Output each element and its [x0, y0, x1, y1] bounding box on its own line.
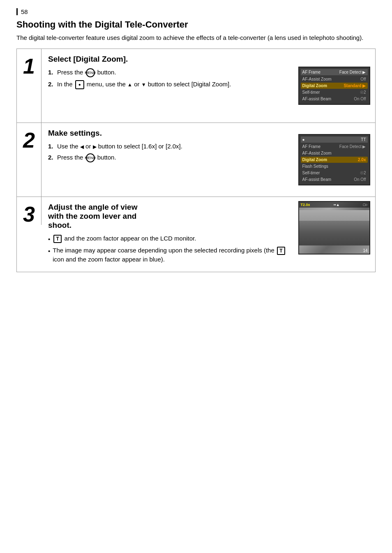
cam1-row-3: AF-assist Beam On Off — [301, 96, 368, 102]
menu-icon-2: MENU — [86, 153, 95, 162]
step-2-row: 2 Make settings. 1. Use the ◀ or ▶ butto… — [17, 123, 375, 197]
down-arrow-1: ▼ — [141, 82, 146, 88]
cam2-row-0: AF Frame Face Detect ▶ — [301, 143, 368, 150]
up-arrow-1: ▲ — [127, 82, 132, 88]
bullet-1-dot: • — [48, 235, 50, 243]
step-1-num-col: 1 — [17, 49, 42, 123]
cam1-header: AF Frame Face Detect ▶ — [301, 69, 368, 75]
photo-hud-mid: ▪▪▲ — [333, 203, 339, 207]
cam2-header-left: ● — [302, 137, 305, 142]
menu-icon-1: MENU — [86, 68, 95, 77]
cam1-row-2: Self-timer ☉2 — [301, 89, 368, 95]
step-1-image: AF Frame Face Detect ▶ AF-Assist Zoom Of… — [293, 49, 375, 123]
step-3-content: Adjust the angle of view with the zoom l… — [42, 197, 293, 272]
cam2-header-right: TT — [361, 137, 366, 142]
cam2-row-2: Digital Zoom 2.0x — [301, 157, 368, 163]
step-3-heading: Adjust the angle of view with the zoom l… — [48, 203, 286, 230]
step-2-num-col: 2 — [17, 123, 42, 197]
left-arrow-1: ◀ — [80, 144, 84, 150]
step-1-item-2-text: In the ● menu, use the ▲ or ▼ button to … — [57, 80, 286, 89]
step-1-item-1: 1. Press the MENU button. — [48, 68, 286, 77]
step-2-item-1: 1. Use the ◀ or ▶ button to select [1.6x… — [48, 142, 286, 150]
section-title: Shooting with the Digital Tele-Converter — [16, 19, 376, 30]
cam-screenshot-2: ● TT AF Frame Face Detect ▶ AF-Assist Zo… — [298, 134, 370, 185]
bullet-2-text: The image may appear coarse depending up… — [53, 246, 286, 264]
shooting-icon-1: ● — [75, 80, 84, 89]
step-2-item-1-text: Use the ◀ or ▶ button to select [1.6x] o… — [57, 142, 286, 150]
step-3-row: 3 Adjust the angle of view with the zoom… — [17, 197, 375, 272]
step-1-item-2-num: 2. — [48, 80, 55, 88]
step-1-item-1-num: 1. — [48, 68, 55, 76]
step-1-number: 1 — [23, 56, 35, 77]
step-2-item-2: 2. Press the MENU button. — [48, 153, 286, 162]
step-2-heading: Make settings. — [48, 129, 286, 138]
cam1-row-0: AF-Assist Zoom Off — [301, 76, 368, 82]
t-icon-1: T — [53, 235, 62, 243]
step-1-content: Select [Digital Zoom]. 1. Press the MENU… — [42, 49, 293, 123]
step-1-heading: Select [Digital Zoom]. — [48, 55, 286, 64]
cam2-row-1: AF-Assist Zoom — [301, 150, 368, 156]
step-2-item-2-text: Press the MENU button. — [57, 153, 286, 162]
right-arrow-1: ▶ — [93, 144, 97, 150]
step-2-content: Make settings. 1. Use the ◀ or ▶ button … — [42, 123, 293, 197]
cam2-row-3: Flash Settings — [301, 163, 368, 169]
step-3-number: 3 — [23, 204, 35, 225]
cam1-header-right: Face Detect ▶ — [339, 70, 366, 74]
step-2-number: 2 — [23, 130, 35, 151]
t-icon-2: T — [277, 247, 285, 255]
photo-hud-right: □○ — [363, 203, 368, 207]
photo-bottom: 14 — [363, 248, 367, 253]
cam1-row-1: Digital Zoom Standard ▶ — [301, 83, 368, 89]
cam2-header: ● TT — [301, 137, 368, 143]
bullet-1-text: T and the zoom factor appear on the LCD … — [53, 234, 196, 243]
steps-container: 1 Select [Digital Zoom]. 1. Press the ME… — [16, 49, 376, 272]
step-1-row: 1 Select [Digital Zoom]. 1. Press the ME… — [17, 49, 375, 123]
cam2-row-4: Self-timer ☉2 — [301, 170, 368, 176]
intro-text: The digital tele-converter feature uses … — [16, 33, 376, 42]
step-3-image: T2.0x ▪▪▲ □○ 14 — [293, 197, 375, 259]
photo-hud: T2.0x ▪▪▲ □○ — [299, 202, 369, 208]
step-1-item-2: 2. In the ● menu, use the ▲ or ▼ button … — [48, 80, 286, 89]
cam-screenshot-3: T2.0x ▪▪▲ □○ 14 — [298, 201, 370, 255]
page-number: 58 — [16, 8, 28, 15]
step-2-image: ● TT AF Frame Face Detect ▶ AF-Assist Zo… — [293, 123, 375, 197]
cam1-header-left: AF Frame — [302, 70, 321, 74]
step-3-num-col: 3 — [17, 197, 42, 225]
bullet-2-dot: • — [48, 247, 50, 255]
cam2-row-5: AF-assist Beam On Off — [301, 176, 368, 183]
step-2-item-1-num: 1. — [48, 142, 55, 150]
step-2-item-2-num: 2. — [48, 153, 55, 162]
step-1-item-1-text: Press the MENU button. — [57, 68, 286, 77]
step-3-bullet-2: • The image may appear coarse depending … — [48, 246, 286, 264]
step-3-bullet-1: • T and the zoom factor appear on the LC… — [48, 234, 286, 243]
cam-screenshot-1: AF Frame Face Detect ▶ AF-Assist Zoom Of… — [298, 67, 370, 105]
photo-trees — [299, 221, 369, 245]
photo-hud-left: T2.0x — [301, 203, 310, 207]
